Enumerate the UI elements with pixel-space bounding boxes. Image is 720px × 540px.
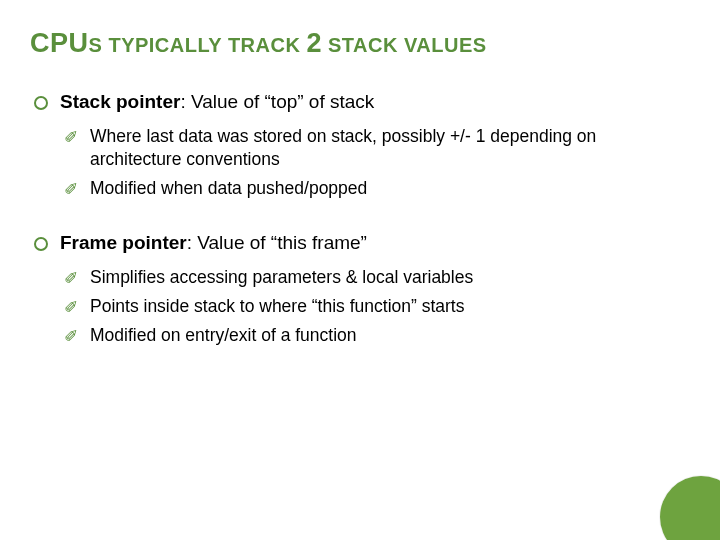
bullet-text: Where last data was stored on stack, pos… [90,126,596,169]
bullet-text: Points inside stack to where “this funct… [90,296,464,316]
decorative-circle [660,476,720,540]
title-part-3: TYPICALLY TRACK [102,34,306,56]
bullet-level2: ✐ Modified on entry/exit of a function [64,324,690,347]
slide-content: Stack pointer: Value of “top” of stack ✐… [0,75,720,347]
bullet-text: Modified on entry/exit of a function [90,325,357,345]
bullet-level2: ✐ Where last data was stored on stack, p… [64,125,690,171]
script-bullet-icon: ✐ [64,127,78,149]
bullet-level1: Stack pointer: Value of “top” of stack [32,89,690,115]
heading-rest: : Value of “top” of stack [180,91,374,112]
title-part-2: S [89,34,103,56]
title-part-4: 2 [306,28,322,58]
heading-rest: : Value of “this frame” [187,232,367,253]
bullet-heading: Stack pointer: Value of “top” of stack [60,91,374,112]
script-bullet-icon: ✐ [64,297,78,319]
heading-bold: Stack pointer [60,91,180,112]
title-part-5: STACK VALUES [322,34,487,56]
bullet-level2: ✐ Simplifies accessing parameters & loca… [64,266,690,289]
title-part-1: CPU [30,28,89,58]
bullet-level2: ✐ Points inside stack to where “this fun… [64,295,690,318]
script-bullet-icon: ✐ [64,268,78,290]
bullet-heading: Frame pointer: Value of “this frame” [60,232,367,253]
script-bullet-icon: ✐ [64,326,78,348]
bullet-text: Modified when data pushed/popped [90,178,367,198]
script-bullet-icon: ✐ [64,179,78,201]
heading-bold: Frame pointer [60,232,187,253]
spacer [32,206,690,220]
bullet-text: Simplifies accessing parameters & local … [90,267,473,287]
bullet-level2: ✐ Modified when data pushed/popped [64,177,690,200]
bullet-level1: Frame pointer: Value of “this frame” [32,230,690,256]
slide-title: CPUS TYPICALLY TRACK 2 STACK VALUES [0,0,720,75]
